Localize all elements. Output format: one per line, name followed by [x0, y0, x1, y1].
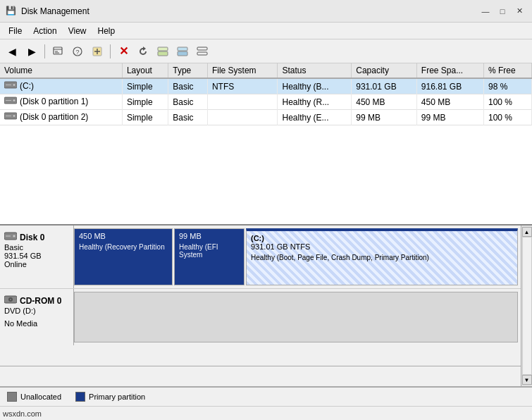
- cell-status: Healthy (E...: [278, 110, 352, 125]
- cdrom0-row: CD-ROM 0 DVD (D:) No Media: [0, 289, 521, 345]
- partition-c[interactable]: (C:) 931.01 GB NTFS Healthy (Boot, Page …: [246, 228, 518, 285]
- disk0-label: Disk 0 Basic 931.54 GB Online: [0, 226, 74, 288]
- unalloc-swatch: [7, 392, 17, 402]
- cell-volume: (Disk 0 partition 1): [0, 94, 122, 110]
- toolbar-btn-refresh[interactable]: [134, 42, 152, 61]
- primary-swatch: [75, 392, 85, 402]
- disk0-status: Online: [4, 260, 69, 268]
- cell-type: Basic: [168, 94, 208, 110]
- disk0-partitions: 450 MB Healthy (Recovery Partition 99 MB…: [74, 226, 521, 288]
- partition-recovery-label: Healthy (Recovery Partition: [79, 243, 168, 251]
- partition-efi-size: 99 MB: [179, 232, 240, 240]
- cdrom0-label: CD-ROM 0 DVD (D:) No Media: [0, 289, 74, 345]
- primary-label: Primary partition: [89, 393, 145, 401]
- cell-status: Healthy (B...: [278, 78, 352, 94]
- app-icon: 💾: [6, 6, 17, 17]
- table-row[interactable]: (Disk 0 partition 1) Simple Basic Health…: [0, 94, 532, 110]
- maximize-button[interactable]: □: [495, 4, 509, 18]
- table-row[interactable]: (Disk 0 partition 2) Simple Basic Health…: [0, 110, 532, 125]
- table-row[interactable]: (C:) Simple Basic NTFS Healthy (B... 931…: [0, 78, 532, 94]
- toolbar-sep-1: [44, 44, 45, 58]
- svg-point-22: [13, 115, 16, 118]
- menu-action[interactable]: Action: [27, 25, 62, 37]
- svg-point-29: [10, 299, 11, 300]
- toolbar-btn-delete[interactable]: ✕: [114, 42, 132, 61]
- menu-file[interactable]: File: [3, 25, 27, 37]
- menu-view[interactable]: View: [63, 25, 92, 37]
- scroll-up[interactable]: ▲: [522, 227, 532, 237]
- cell-volume: (Disk 0 partition 2): [0, 110, 122, 125]
- svg-rect-9: [158, 51, 168, 56]
- toolbar-sep-2: [110, 44, 111, 58]
- disk0-type: Basic: [4, 243, 69, 252]
- toolbar-btn-more[interactable]: [193, 42, 211, 61]
- toolbar-btn-properties[interactable]: [49, 42, 67, 61]
- minimize-button[interactable]: —: [478, 4, 493, 18]
- disk-scrollbar[interactable]: ▲ ▼: [521, 226, 532, 386]
- disk0-title: Disk 0: [20, 233, 44, 242]
- svg-text:?: ?: [75, 49, 79, 56]
- scroll-track[interactable]: [522, 237, 532, 375]
- cell-free: 99 MB: [416, 110, 483, 125]
- toolbar-btn-help[interactable]: ?: [68, 42, 87, 61]
- svg-rect-10: [158, 47, 168, 51]
- svg-point-25: [13, 235, 16, 237]
- cell-filesystem: NTFS: [207, 78, 278, 94]
- svg-rect-14: [197, 52, 207, 55]
- cdrom0-status: No Media: [4, 319, 69, 328]
- legend-primary: Primary partition: [75, 392, 145, 402]
- cell-pct: 98 %: [483, 78, 531, 94]
- disk0-row: Disk 0 Basic 931.54 GB Online 450 MB Hea…: [0, 226, 521, 289]
- toolbar-btn-import[interactable]: [154, 42, 172, 61]
- toolbar-btn-new[interactable]: [88, 42, 106, 61]
- table-header-row: Volume Layout Type File System Status Ca…: [0, 63, 532, 78]
- table-area: Volume Layout Type File System Status Ca…: [0, 63, 532, 226]
- scroll-down[interactable]: ▼: [522, 375, 532, 385]
- col-type: Type: [168, 63, 208, 78]
- hdd-icon: [4, 231, 17, 243]
- status-text: wsxdn.com: [3, 409, 42, 418]
- partition-recovery[interactable]: 450 MB Healthy (Recovery Partition: [74, 228, 173, 285]
- title-bar-left: 💾 Disk Management: [6, 6, 89, 17]
- col-volume: Volume: [0, 63, 122, 78]
- disk-visual-container: Disk 0 Basic 931.54 GB Online 450 MB Hea…: [0, 226, 532, 386]
- svg-rect-12: [178, 47, 187, 51]
- col-status: Status: [278, 63, 352, 78]
- back-button[interactable]: ◀: [3, 42, 21, 61]
- cdrom0-title: CD-ROM 0: [20, 296, 61, 306]
- cell-volume: (C:): [0, 78, 122, 94]
- toolbar-btn-export[interactable]: [173, 42, 192, 61]
- cell-layout: Simple: [122, 110, 168, 125]
- cell-status: Healthy (R...: [278, 94, 352, 110]
- menu-help[interactable]: Help: [92, 25, 121, 37]
- volumes-table: Volume Layout Type File System Status Ca…: [0, 63, 532, 125]
- col-free: Free Spa...: [416, 63, 483, 78]
- col-filesystem: File System: [207, 63, 278, 78]
- cell-capacity: 450 MB: [352, 94, 417, 110]
- unalloc-label: Unallocated: [20, 393, 61, 401]
- col-capacity: Capacity: [352, 63, 417, 78]
- col-pct: % Free: [483, 63, 531, 78]
- window-controls: — □ ✕: [478, 4, 526, 18]
- cell-capacity: 931.01 GB: [352, 78, 417, 94]
- close-button[interactable]: ✕: [512, 4, 526, 18]
- disk0-size: 931.54 GB: [4, 252, 69, 260]
- forward-button[interactable]: ▶: [23, 42, 41, 61]
- partition-recovery-size: 450 MB: [79, 232, 168, 240]
- svg-point-16: [13, 84, 16, 87]
- legend-unalloc: Unallocated: [7, 392, 61, 402]
- cdrom0-name-container: CD-ROM 0: [4, 295, 69, 307]
- col-layout: Layout: [122, 63, 168, 78]
- cell-capacity: 99 MB: [352, 110, 417, 125]
- cell-filesystem: [207, 94, 278, 110]
- partition-efi[interactable]: 99 MB Healthy (EFI System: [174, 228, 245, 285]
- cdrom-icon: [4, 295, 17, 307]
- partition-efi-label: Healthy (EFI System: [179, 243, 240, 259]
- cdrom0-type: DVD (D:): [4, 307, 69, 315]
- status-bar: wsxdn.com: [0, 406, 532, 420]
- cell-pct: 100 %: [483, 110, 531, 125]
- legend-bar: Unallocated Primary partition: [0, 386, 532, 406]
- partition-c-label: Healthy (Boot, Page File, Crash Dump, Pr…: [251, 254, 513, 261]
- cell-type: Basic: [168, 110, 208, 125]
- title-bar: 💾 Disk Management — □ ✕: [0, 0, 532, 23]
